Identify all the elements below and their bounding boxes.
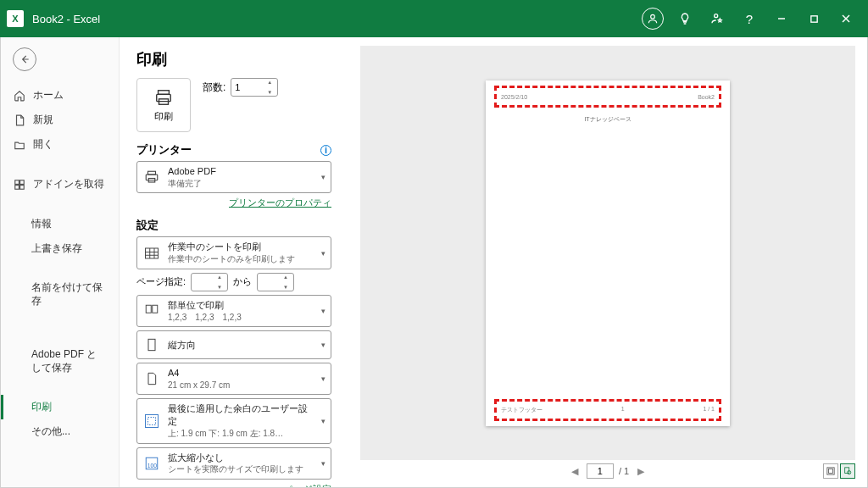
svg-rect-29: [829, 469, 833, 474]
svg-point-1: [715, 14, 718, 18]
collate-sub: 1,2,3 1,2,3 1,2,3: [168, 312, 314, 324]
nav-open-label: 開く: [33, 137, 53, 152]
preview-area: 2025/2/10 Book2 ITナレッジベース テストフッター 1 1 / …: [360, 46, 855, 460]
zoom-to-page-button[interactable]: [840, 463, 855, 479]
paper-dropdown[interactable]: A421 cm x 29.7 cm ▾: [136, 363, 331, 395]
prev-page-button[interactable]: ◀: [568, 466, 581, 477]
excel-icon: X: [7, 10, 24, 27]
nav-print[interactable]: 印刷: [1, 395, 119, 419]
page-range-label: ページ指定:: [136, 275, 186, 288]
nav-addins[interactable]: アドインを取得: [1, 172, 119, 197]
page-title: 印刷: [136, 49, 331, 69]
print-what-dropdown[interactable]: 作業中のシートを印刷作業中のシートのみを印刷します ▾: [136, 236, 331, 269]
back-button[interactable]: [13, 47, 36, 71]
printer-status: 準備完了: [168, 178, 314, 190]
header-highlight: [494, 86, 721, 108]
printer-section-label: プリンター: [136, 142, 192, 158]
svg-rect-25: [148, 417, 156, 424]
printer-dropdown[interactable]: Adobe PDF準備完了 ▾: [136, 161, 331, 193]
svg-rect-21: [146, 305, 151, 313]
minimize-button[interactable]: [766, 5, 797, 32]
paper-sub: 21 cm x 29.7 cm: [168, 380, 314, 391]
user-account-button[interactable]: [637, 5, 668, 32]
svg-rect-22: [153, 305, 158, 313]
printer-icon: [153, 88, 175, 107]
document-icon: [13, 114, 26, 127]
svg-rect-23: [148, 339, 155, 350]
scale-dropdown[interactable]: 100 拡大縮小なしシートを実際のサイズで印刷します ▾: [136, 447, 331, 480]
nav-pdf-label: Adobe PDF として保存: [31, 348, 107, 374]
print-button-label: 印刷: [154, 110, 173, 123]
svg-rect-13: [146, 175, 158, 180]
addins-icon: [13, 178, 26, 191]
margins-sub: 上: 1.9 cm 下: 1.9 cm 左: 1.8…: [168, 428, 314, 440]
nav-save-label: 上書き保存: [31, 241, 82, 256]
nav-new-label: 新規: [33, 113, 53, 127]
nav-pdf[interactable]: Adobe PDF として保存: [1, 343, 119, 380]
scale-sub: シートを実際のサイズで印刷します: [168, 463, 314, 475]
folder-open-icon: [13, 138, 26, 152]
svg-point-0: [651, 14, 655, 19]
svg-rect-16: [146, 248, 159, 258]
svg-text:100: 100: [147, 462, 158, 468]
svg-rect-24: [146, 414, 159, 427]
lightbulb-icon[interactable]: [670, 5, 700, 32]
svg-rect-9: [20, 185, 25, 189]
paper-main: A4: [168, 367, 314, 380]
printer-name: Adobe PDF: [168, 165, 314, 178]
info-icon[interactable]: i: [320, 145, 331, 156]
svg-rect-8: [15, 185, 19, 189]
copies-spinner[interactable]: 1▲▼: [231, 78, 278, 97]
chevron-down-icon: ▾: [321, 341, 326, 349]
collate-main: 部単位で印刷: [168, 299, 314, 312]
nav-home[interactable]: ホーム: [1, 83, 119, 108]
print-what-main: 作業中のシートを印刷: [168, 241, 314, 253]
sheets-icon: [142, 244, 161, 263]
close-button[interactable]: [831, 5, 861, 32]
page-from-spinner[interactable]: ▲▼: [191, 273, 228, 291]
svg-rect-28: [827, 468, 834, 474]
chevron-down-icon: ▾: [321, 417, 326, 425]
preview-page: 2025/2/10 Book2 ITナレッジベース テストフッター 1 1 / …: [486, 80, 730, 426]
person-star-icon[interactable]: [702, 5, 732, 32]
nav-home-label: ホーム: [33, 88, 64, 103]
nav-new[interactable]: 新規: [1, 108, 119, 132]
help-button[interactable]: ?: [734, 5, 765, 32]
nav-other-label: その他...: [31, 424, 70, 439]
page-to-spinner[interactable]: ▲▼: [257, 273, 294, 291]
copies-label: 部数:: [203, 80, 225, 95]
nav-open[interactable]: 開く: [1, 132, 119, 157]
svg-rect-3: [810, 15, 816, 21]
nav-other[interactable]: その他...: [1, 419, 119, 444]
svg-rect-7: [20, 180, 25, 184]
print-button[interactable]: 印刷: [136, 78, 191, 132]
nav-info-label: 情報: [31, 217, 52, 231]
next-page-button[interactable]: ▶: [634, 466, 648, 477]
printer-properties-link[interactable]: プリンターのプロパティ: [136, 197, 331, 209]
svg-rect-6: [15, 180, 19, 184]
current-page-input[interactable]: [587, 463, 614, 479]
footer-highlight: [494, 399, 721, 421]
margins-dropdown[interactable]: 最後に適用した余白のユーザー設定上: 1.9 cm 下: 1.9 cm 左: 1…: [136, 398, 331, 443]
page-total: / 1: [619, 466, 629, 476]
page-setup-link[interactable]: ページ設定: [136, 483, 331, 487]
nav-info[interactable]: 情報: [1, 212, 119, 236]
scale-icon: 100: [142, 454, 161, 473]
nav-saveas[interactable]: 名前を付けて保存: [1, 276, 119, 313]
margins-icon: [142, 412, 161, 430]
settings-section-label: 設定: [136, 218, 159, 233]
preview-pane: 2025/2/10 Book2 ITナレッジベース テストフッター 1 1 / …: [348, 37, 867, 487]
orientation-dropdown[interactable]: 縦方向 ▾: [136, 330, 331, 359]
collate-icon: [142, 302, 161, 320]
pager: ◀ / 1 ▶: [360, 460, 855, 482]
titlebar: X Book2 - Excel ?: [0, 0, 868, 37]
window-title: Book2 - Excel: [32, 13, 100, 25]
maximize-button[interactable]: [798, 5, 829, 32]
copies-value: 1: [235, 82, 240, 92]
collate-dropdown[interactable]: 部単位で印刷1,2,3 1,2,3 1,2,3 ▾: [136, 295, 331, 327]
svg-rect-30: [845, 468, 849, 474]
show-margins-button[interactable]: [823, 463, 838, 479]
nav-saveas-label: 名前を付けて保存: [31, 281, 107, 308]
chevron-down-icon: ▾: [321, 307, 326, 315]
nav-save[interactable]: 上書き保存: [1, 236, 119, 261]
